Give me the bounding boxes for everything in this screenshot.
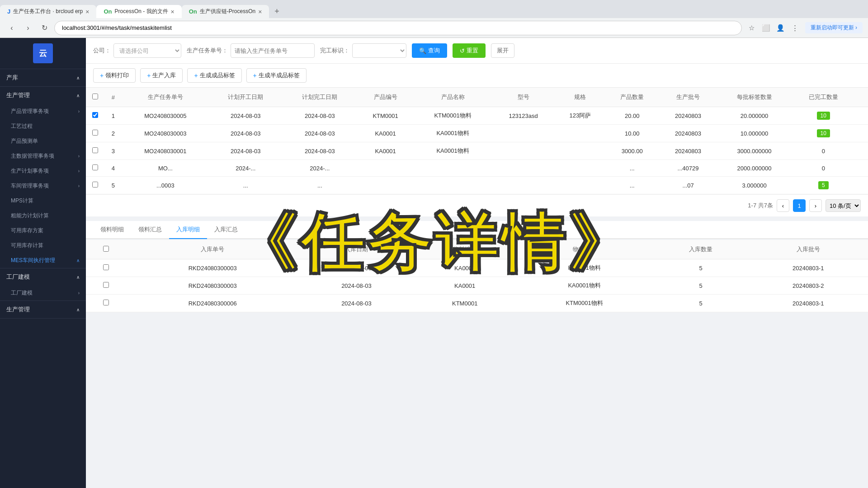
- task-no-input[interactable]: [231, 43, 315, 58]
- sub-th-order-no: 入库单号: [127, 240, 299, 259]
- sidebar-item-product-mgmt[interactable]: 产品管理事务项 ›: [0, 104, 86, 119]
- sub-row-qty: 5: [653, 295, 749, 312]
- tab1-favicon: J: [7, 8, 10, 15]
- select-all-checkbox[interactable]: [92, 94, 98, 99]
- sub-row-order-no: RKD24080300003: [127, 259, 299, 277]
- tab-material-detail[interactable]: 领料明细: [93, 221, 131, 239]
- sidebar-item-production-plan[interactable]: 生产计划事务项 ›: [0, 164, 86, 178]
- print-button[interactable]: + 领料打印: [93, 68, 136, 83]
- browser-tab-1[interactable]: J 生产任务工作台 · brcloud erp ×: [0, 5, 96, 18]
- new-tab-button[interactable]: +: [269, 5, 285, 18]
- row-finished-qty: 10: [792, 125, 855, 142]
- forward-button[interactable]: ›: [22, 22, 34, 34]
- next-page-button[interactable]: ›: [809, 199, 822, 212]
- row-batch-no: ...07: [659, 177, 717, 194]
- tab2-close[interactable]: ×: [171, 8, 175, 15]
- sub-row-checkbox[interactable]: [103, 264, 109, 270]
- profile-icon[interactable]: 👤: [774, 22, 787, 34]
- table-row: 4 MO... 2024-... 2024-... ... ...40729 2…: [86, 160, 868, 177]
- sidebar-item-inventory-calc[interactable]: 可用库存计算: [0, 238, 86, 253]
- row-plan-start: 2024-...: [208, 160, 283, 177]
- sub-row-date: 2024-08-03: [299, 277, 414, 295]
- chevron-down-icon-2: ∧: [76, 275, 80, 280]
- row-actions: [855, 160, 868, 177]
- sidebar-item-workshop-mgmt[interactable]: 车间管理事务项 ›: [0, 178, 86, 193]
- sidebar-item-factory-model[interactable]: 工厂建模 ›: [0, 286, 86, 300]
- task-no-filter: 生产任务单号：: [187, 43, 315, 58]
- row-product-name: KTM0001物料: [414, 107, 492, 125]
- row-qty: ...: [605, 160, 659, 177]
- finished-label-button[interactable]: + 生成成品标签: [187, 68, 241, 83]
- sidebar-item-inventory-plan[interactable]: 可用库存方案: [0, 223, 86, 238]
- company-label: 公司：: [93, 47, 111, 55]
- item-label: 产品预测单: [11, 137, 38, 145]
- finished-badge: 10: [817, 129, 830, 137]
- warehouse-button[interactable]: + 生产入库: [140, 68, 183, 83]
- row-model: [491, 142, 555, 160]
- sidebar-item-mps[interactable]: MPS计算: [0, 193, 86, 208]
- row-checkbox[interactable]: [92, 164, 98, 170]
- row-checkbox[interactable]: [92, 130, 98, 136]
- row-task-no: MO...: [123, 160, 209, 177]
- sub-th-date: 入库日期: [299, 240, 414, 259]
- tab-warehouse-detail[interactable]: 入库明细: [169, 221, 207, 239]
- row-model: 123123asd: [491, 107, 555, 125]
- sub-select-all[interactable]: [103, 246, 109, 252]
- th-qty: 产品数量: [605, 88, 659, 107]
- sub-row-checkbox-cell: [86, 295, 127, 312]
- query-button[interactable]: 🔍 查询: [412, 43, 447, 58]
- sidebar-item-forecast[interactable]: 产品预测单: [0, 134, 86, 149]
- semifinished-label-button[interactable]: + 生成半成品标签: [246, 68, 307, 83]
- address-bar[interactable]: [54, 21, 742, 35]
- sidebar-item-process[interactable]: 工艺过程: [0, 119, 86, 134]
- tab3-close[interactable]: ×: [258, 8, 262, 15]
- sub-row-checkbox[interactable]: [103, 300, 109, 305]
- th-model: 型号: [491, 88, 555, 107]
- sidebar-factory-title[interactable]: 工厂建模 ∧: [0, 268, 86, 286]
- page-1-button[interactable]: 1: [793, 199, 806, 212]
- bookmark-icon[interactable]: ☆: [745, 22, 758, 34]
- sidebar-item-mes[interactable]: MES车间执行管理 ∧: [0, 253, 86, 268]
- prev-page-button[interactable]: ‹: [777, 199, 789, 212]
- company-select[interactable]: 请选择公司: [113, 43, 181, 58]
- semifinished-label: 生成半成品标签: [259, 71, 300, 80]
- refresh-button[interactable]: ↻: [38, 22, 51, 34]
- reset-button[interactable]: ↺ 重置: [453, 43, 486, 58]
- row-checkbox[interactable]: [92, 182, 98, 188]
- sub-row-checkbox[interactable]: [103, 282, 109, 288]
- sidebar-production-title[interactable]: 生产管理 ∧: [0, 87, 86, 104]
- row-model: [491, 125, 555, 142]
- tab1-close[interactable]: ×: [85, 8, 89, 15]
- th-plan-end: 计划完工日期: [283, 88, 357, 107]
- extension-icon[interactable]: ⬜: [760, 22, 773, 34]
- tab-label: 入库汇总: [214, 226, 238, 233]
- per-page-select[interactable]: 10 条/页 20 条/页 50 条/页: [826, 199, 861, 212]
- browser-tab-3[interactable]: On 生产供应链-ProcessOn ×: [182, 5, 269, 18]
- item-label: MES车间执行管理: [11, 257, 55, 264]
- sub-row-date: 2024-08-03: [299, 295, 414, 312]
- tab-warehouse-summary[interactable]: 入库汇总: [207, 221, 245, 239]
- sidebar-section-库[interactable]: 产库 ∧: [0, 69, 86, 86]
- sidebar-item-capacity[interactable]: 粗能力计划计算: [0, 208, 86, 223]
- plus-icon-3: +: [194, 72, 198, 79]
- sidebar-item-master-data[interactable]: 主数据管理事务项 ›: [0, 149, 86, 164]
- row-checkbox[interactable]: [92, 112, 98, 118]
- restart-button[interactable]: 重新启动即可更新 ›: [805, 22, 863, 33]
- finish-select[interactable]: [352, 43, 406, 58]
- query-label: 查询: [428, 47, 440, 55]
- row-checkbox[interactable]: [92, 147, 98, 153]
- item-label: 可用库存方案: [11, 227, 43, 235]
- row-finished-qty: 10: [792, 107, 855, 125]
- table-row: 5 ...0003 ... ... ... ...07 3.000000 5: [86, 177, 868, 194]
- tab-material-summary[interactable]: 领料汇总: [131, 221, 169, 239]
- sidebar-production2-title[interactable]: 生产管理 ∧: [0, 301, 86, 318]
- row-batch-no: ...40729: [659, 160, 717, 177]
- back-button[interactable]: ‹: [5, 22, 18, 34]
- expand-button[interactable]: 展开: [491, 43, 514, 58]
- browser-tab-2[interactable]: On ProcessOn - 我的文件 ×: [96, 5, 181, 18]
- tab3-title: 生产供应链-ProcessOn: [200, 8, 255, 15]
- sidebar-section-header: 产库 ∧: [0, 69, 86, 87]
- tab1-title: 生产任务工作台 · brcloud erp: [13, 8, 83, 15]
- settings-icon[interactable]: ⋮: [789, 22, 802, 34]
- sub-th-qty: 入库数量: [653, 240, 749, 259]
